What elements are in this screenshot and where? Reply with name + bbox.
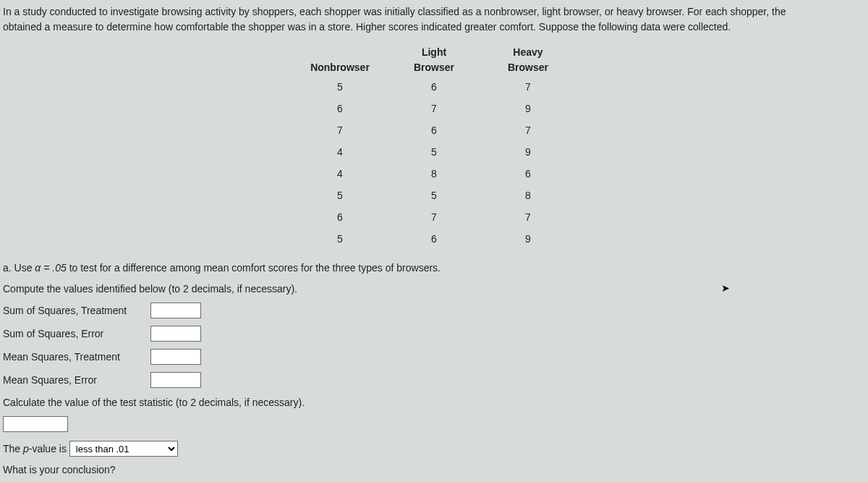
conclusion-prompt: What is your conclusion?	[3, 462, 865, 478]
part-a-suffix: to test for a difference among mean comf…	[69, 262, 441, 274]
cell: 5	[387, 145, 481, 162]
cell: 7	[481, 210, 575, 227]
cell: 7	[481, 123, 575, 140]
p-value-line: The p-value is less than .01	[3, 441, 865, 457]
part-a-prefix: a. Use	[3, 262, 35, 274]
intro-line-1: In a study conducted to investigate brow…	[3, 4, 865, 20]
cell: 7	[481, 80, 575, 97]
label-ms-error: Mean Squares, Error	[3, 373, 140, 388]
cell: 6	[387, 123, 481, 140]
cell: 9	[481, 101, 575, 119]
label-ss-error: Sum of Squares, Error	[3, 326, 140, 342]
cell: 9	[481, 232, 575, 249]
cell: 5	[293, 188, 387, 206]
cell: 8	[481, 188, 575, 206]
p-letter: p	[23, 443, 29, 454]
cell: 7	[293, 123, 387, 140]
col-header-heavy: Heavy Browser	[481, 45, 575, 75]
compute-instruction: Compute the values identified below (to …	[3, 282, 865, 297]
input-ss-error[interactable]	[150, 326, 201, 342]
input-ms-treatment[interactable]	[150, 349, 201, 365]
intro-line-2: obtained a measure to determine how comf…	[3, 20, 865, 35]
part-a-prompt: a. Use α = .05 to test for a difference …	[3, 261, 865, 276]
label-ms-treatment: Mean Squares, Treatment	[3, 350, 140, 365]
cell: 4	[293, 145, 387, 162]
col-header-nonbrowser: Nonbrowser	[293, 45, 387, 75]
cell: 9	[481, 145, 575, 162]
p-value-prefix: The	[3, 443, 23, 454]
cell: 6	[481, 166, 575, 184]
cell: 8	[387, 166, 481, 184]
p-value-select[interactable]: less than .01	[69, 441, 178, 457]
cell: 6	[387, 80, 481, 97]
input-ss-treatment[interactable]	[150, 303, 201, 318]
input-ms-error[interactable]	[150, 372, 201, 388]
cell: 7	[387, 101, 481, 119]
cell: 5	[293, 80, 387, 97]
data-table: Nonbrowser Light Browser Heavy Browser 5…	[0, 45, 868, 249]
cell: 7	[387, 210, 481, 227]
input-test-statistic[interactable]	[3, 416, 68, 432]
cell: 4	[293, 166, 387, 184]
cell: 5	[293, 232, 387, 249]
cell: 6	[293, 101, 387, 119]
cell: 5	[387, 188, 481, 206]
calc-statistic-label: Calculate the value of the test statisti…	[3, 395, 865, 410]
cell: 6	[293, 210, 387, 227]
alpha-value: α = .05	[35, 262, 66, 274]
label-ss-treatment: Sum of Squares, Treatment	[3, 303, 140, 318]
p-value-suffix: -value is	[29, 443, 67, 454]
cell: 6	[387, 232, 481, 249]
col-header-light: Light Browser	[387, 45, 481, 75]
